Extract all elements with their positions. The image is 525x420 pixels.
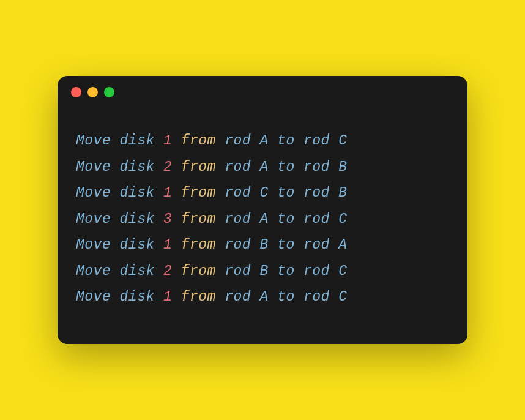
disk-number: 3 bbox=[163, 211, 172, 227]
disk-number: 2 bbox=[163, 263, 172, 279]
from-rod: B bbox=[259, 263, 268, 279]
from-token: from bbox=[181, 211, 216, 227]
disk-number: 2 bbox=[163, 159, 172, 175]
output-line: Move disk 1 from rod A to rod C bbox=[76, 128, 449, 154]
to-token: to bbox=[277, 237, 295, 253]
from-rod: A bbox=[259, 211, 268, 227]
from-rod: B bbox=[259, 237, 268, 253]
to-token: to bbox=[277, 289, 295, 305]
to-token: to bbox=[277, 263, 295, 279]
to-rod: C bbox=[338, 263, 347, 279]
rod-token: rod bbox=[225, 289, 251, 305]
rod-token: rod bbox=[303, 159, 330, 175]
output-line: Move disk 1 from rod A to rod C bbox=[76, 284, 449, 310]
move-token: Move bbox=[76, 263, 111, 279]
disk-token: disk bbox=[120, 263, 155, 279]
rod-token: rod bbox=[225, 211, 251, 227]
to-token: to bbox=[277, 211, 295, 227]
move-token: Move bbox=[76, 159, 111, 175]
disk-token: disk bbox=[120, 289, 155, 305]
rod-token: rod bbox=[225, 237, 251, 253]
disk-token: disk bbox=[120, 159, 155, 175]
disk-token: disk bbox=[120, 185, 155, 201]
rod-token: rod bbox=[303, 263, 330, 279]
disk-token: disk bbox=[120, 237, 155, 253]
to-rod: B bbox=[338, 159, 347, 175]
rod-token: rod bbox=[303, 237, 330, 253]
from-token: from bbox=[181, 185, 216, 201]
from-rod: C bbox=[259, 185, 268, 201]
disk-number: 1 bbox=[163, 237, 172, 253]
to-rod: B bbox=[338, 185, 347, 201]
output-line: Move disk 2 from rod A to rod B bbox=[76, 154, 449, 181]
output-line: Move disk 2 from rod B to rod C bbox=[76, 258, 449, 285]
from-rod: A bbox=[259, 133, 268, 149]
disk-number: 1 bbox=[163, 133, 172, 149]
rod-token: rod bbox=[303, 185, 330, 201]
to-rod: A bbox=[338, 237, 347, 253]
output-line: Move disk 1 from rod C to rod B bbox=[76, 180, 449, 206]
to-token: to bbox=[277, 185, 295, 201]
rod-token: rod bbox=[225, 263, 251, 279]
from-rod: A bbox=[259, 159, 268, 175]
terminal-content: Move disk 1 from rod A to rod C Move dis… bbox=[58, 103, 467, 344]
disk-number: 1 bbox=[163, 185, 172, 201]
to-token: to bbox=[277, 133, 295, 149]
from-rod: A bbox=[259, 289, 268, 305]
from-token: from bbox=[181, 289, 216, 305]
rod-token: rod bbox=[303, 289, 330, 305]
maximize-icon[interactable] bbox=[104, 87, 114, 97]
from-token: from bbox=[181, 263, 216, 279]
output-line: Move disk 1 from rod B to rod A bbox=[76, 232, 449, 258]
to-rod: C bbox=[338, 289, 347, 305]
disk-token: disk bbox=[120, 211, 155, 227]
terminal-window: Move disk 1 from rod A to rod C Move dis… bbox=[58, 76, 467, 344]
to-rod: C bbox=[338, 133, 347, 149]
rod-token: rod bbox=[303, 211, 330, 227]
from-token: from bbox=[181, 133, 216, 149]
move-token: Move bbox=[76, 211, 111, 227]
move-token: Move bbox=[76, 133, 111, 149]
move-token: Move bbox=[76, 185, 111, 201]
to-rod: C bbox=[338, 211, 347, 227]
rod-token: rod bbox=[225, 159, 251, 175]
disk-token: disk bbox=[120, 133, 155, 149]
move-token: Move bbox=[76, 289, 111, 305]
close-icon[interactable] bbox=[71, 87, 81, 97]
from-token: from bbox=[181, 159, 216, 175]
rod-token: rod bbox=[303, 133, 330, 149]
minimize-icon[interactable] bbox=[88, 87, 98, 97]
from-token: from bbox=[181, 237, 216, 253]
titlebar bbox=[58, 76, 467, 103]
output-line: Move disk 3 from rod A to rod C bbox=[76, 206, 449, 233]
move-token: Move bbox=[76, 237, 111, 253]
rod-token: rod bbox=[225, 133, 251, 149]
to-token: to bbox=[277, 159, 295, 175]
rod-token: rod bbox=[225, 185, 251, 201]
disk-number: 1 bbox=[163, 289, 172, 305]
